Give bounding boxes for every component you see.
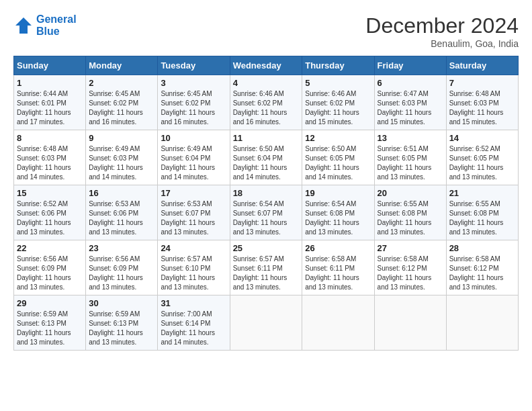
day-info: Sunrise: 6:53 AM Sunset: 6:06 PM Dayligh… <box>89 199 154 237</box>
calendar-week-row: 15Sunrise: 6:52 AM Sunset: 6:06 PM Dayli… <box>14 185 519 240</box>
calendar-cell: 30Sunrise: 6:59 AM Sunset: 6:13 PM Dayli… <box>86 295 158 351</box>
month-title: December 2024 <box>365 13 519 38</box>
calendar-cell: 29Sunrise: 6:59 AM Sunset: 6:13 PM Dayli… <box>14 295 86 351</box>
calendar-cell: 6Sunrise: 6:47 AM Sunset: 6:03 PM Daylig… <box>374 75 446 130</box>
calendar-cell: 13Sunrise: 6:51 AM Sunset: 6:05 PM Dayli… <box>374 130 446 185</box>
calendar-cell: 27Sunrise: 6:58 AM Sunset: 6:12 PM Dayli… <box>374 240 446 295</box>
day-info: Sunrise: 6:47 AM Sunset: 6:03 PM Dayligh… <box>378 89 443 127</box>
day-info: Sunrise: 6:58 AM Sunset: 6:12 PM Dayligh… <box>449 255 515 292</box>
calendar-cell: 31Sunrise: 7:00 AM Sunset: 6:14 PM Dayli… <box>158 295 230 351</box>
calendar-cell: 10Sunrise: 6:49 AM Sunset: 6:04 PM Dayli… <box>158 130 230 185</box>
day-number: 12 <box>305 133 371 143</box>
calendar-cell: 15Sunrise: 6:52 AM Sunset: 6:06 PM Dayli… <box>14 185 86 240</box>
day-info: Sunrise: 6:44 AM Sunset: 6:01 PM Dayligh… <box>17 89 83 127</box>
calendar-cell: 2Sunrise: 6:45 AM Sunset: 6:02 PM Daylig… <box>86 75 158 130</box>
day-number: 14 <box>449 133 515 143</box>
day-info: Sunrise: 6:49 AM Sunset: 6:04 PM Dayligh… <box>161 144 226 182</box>
day-info: Sunrise: 6:52 AM Sunset: 6:06 PM Dayligh… <box>17 199 83 237</box>
day-number: 8 <box>17 133 83 143</box>
calendar-cell: 18Sunrise: 6:54 AM Sunset: 6:07 PM Dayli… <box>230 185 302 240</box>
day-info: Sunrise: 6:54 AM Sunset: 6:07 PM Dayligh… <box>233 199 300 237</box>
day-number: 3 <box>161 78 226 88</box>
calendar-cell: 16Sunrise: 6:53 AM Sunset: 6:06 PM Dayli… <box>86 185 158 240</box>
day-info: Sunrise: 6:46 AM Sunset: 6:02 PM Dayligh… <box>233 89 300 127</box>
day-number: 10 <box>161 133 226 143</box>
day-number: 7 <box>449 78 515 88</box>
day-info: Sunrise: 6:46 AM Sunset: 6:02 PM Dayligh… <box>305 89 371 127</box>
day-number: 13 <box>378 133 443 143</box>
day-info: Sunrise: 6:55 AM Sunset: 6:08 PM Dayligh… <box>378 199 443 237</box>
calendar-week-row: 8Sunrise: 6:48 AM Sunset: 6:03 PM Daylig… <box>14 130 519 185</box>
calendar-cell: 8Sunrise: 6:48 AM Sunset: 6:03 PM Daylig… <box>14 130 86 185</box>
day-number: 30 <box>89 298 154 308</box>
weekday-header-friday: Friday <box>374 56 446 75</box>
day-number: 2 <box>89 78 154 88</box>
calendar-cell: 22Sunrise: 6:56 AM Sunset: 6:09 PM Dayli… <box>14 240 86 295</box>
day-number: 1 <box>17 78 83 88</box>
day-info: Sunrise: 6:48 AM Sunset: 6:03 PM Dayligh… <box>449 89 515 127</box>
day-number: 9 <box>89 133 154 143</box>
weekday-header-monday: Monday <box>86 56 158 75</box>
title-block: December 2024 Benaulim, Goa, India <box>365 13 519 49</box>
day-info: Sunrise: 6:57 AM Sunset: 6:10 PM Dayligh… <box>161 255 226 292</box>
weekday-header-wednesday: Wednesday <box>230 56 302 75</box>
calendar-cell: 19Sunrise: 6:54 AM Sunset: 6:08 PM Dayli… <box>302 185 374 240</box>
day-number: 15 <box>17 188 83 198</box>
day-number: 19 <box>305 188 371 198</box>
day-number: 26 <box>305 243 371 253</box>
day-number: 24 <box>161 243 226 253</box>
day-number: 6 <box>378 78 443 88</box>
calendar-cell: 25Sunrise: 6:57 AM Sunset: 6:11 PM Dayli… <box>230 240 302 295</box>
calendar-cell: 11Sunrise: 6:50 AM Sunset: 6:04 PM Dayli… <box>230 130 302 185</box>
day-info: Sunrise: 6:59 AM Sunset: 6:13 PM Dayligh… <box>17 310 83 347</box>
day-number: 5 <box>305 78 371 88</box>
day-info: Sunrise: 6:50 AM Sunset: 6:04 PM Dayligh… <box>233 144 300 182</box>
weekday-header-tuesday: Tuesday <box>158 56 230 75</box>
day-info: Sunrise: 6:58 AM Sunset: 6:11 PM Dayligh… <box>305 255 371 292</box>
day-number: 22 <box>17 243 83 253</box>
calendar-cell: 20Sunrise: 6:55 AM Sunset: 6:08 PM Dayli… <box>374 185 446 240</box>
day-number: 16 <box>89 188 154 198</box>
day-info: Sunrise: 6:56 AM Sunset: 6:09 PM Dayligh… <box>89 255 154 292</box>
weekday-header-sunday: Sunday <box>14 56 86 75</box>
day-number: 20 <box>378 188 443 198</box>
day-info: Sunrise: 6:55 AM Sunset: 6:08 PM Dayligh… <box>449 199 515 237</box>
calendar-cell <box>446 295 518 351</box>
calendar-cell: 17Sunrise: 6:53 AM Sunset: 6:07 PM Dayli… <box>158 185 230 240</box>
day-info: Sunrise: 6:52 AM Sunset: 6:05 PM Dayligh… <box>449 144 515 182</box>
calendar-cell: 7Sunrise: 6:48 AM Sunset: 6:03 PM Daylig… <box>446 75 518 130</box>
day-number: 4 <box>233 78 300 88</box>
day-info: Sunrise: 6:45 AM Sunset: 6:02 PM Dayligh… <box>161 89 226 127</box>
calendar-cell: 5Sunrise: 6:46 AM Sunset: 6:02 PM Daylig… <box>302 75 374 130</box>
day-info: Sunrise: 6:57 AM Sunset: 6:11 PM Dayligh… <box>233 255 300 292</box>
day-number: 25 <box>233 243 300 253</box>
day-info: Sunrise: 7:00 AM Sunset: 6:14 PM Dayligh… <box>161 310 226 347</box>
day-info: Sunrise: 6:54 AM Sunset: 6:08 PM Dayligh… <box>305 199 371 237</box>
header-row: SundayMondayTuesdayWednesdayThursdayFrid… <box>14 56 519 75</box>
calendar-cell: 4Sunrise: 6:46 AM Sunset: 6:02 PM Daylig… <box>230 75 302 130</box>
calendar-week-row: 22Sunrise: 6:56 AM Sunset: 6:09 PM Dayli… <box>14 240 519 295</box>
day-info: Sunrise: 6:48 AM Sunset: 6:03 PM Dayligh… <box>17 144 83 182</box>
day-number: 23 <box>89 243 154 253</box>
calendar-cell: 24Sunrise: 6:57 AM Sunset: 6:10 PM Dayli… <box>158 240 230 295</box>
weekday-header-saturday: Saturday <box>446 56 518 75</box>
day-info: Sunrise: 6:45 AM Sunset: 6:02 PM Dayligh… <box>89 89 154 127</box>
day-number: 11 <box>233 133 300 143</box>
calendar-cell <box>230 295 302 351</box>
day-number: 29 <box>17 298 83 308</box>
day-number: 21 <box>449 188 515 198</box>
page-header: General Blue December 2024 Benaulim, Goa… <box>13 13 519 49</box>
svg-marker-0 <box>15 17 32 34</box>
day-info: Sunrise: 6:59 AM Sunset: 6:13 PM Dayligh… <box>89 310 154 347</box>
logo-icon <box>13 15 34 36</box>
calendar-cell: 3Sunrise: 6:45 AM Sunset: 6:02 PM Daylig… <box>158 75 230 130</box>
day-number: 27 <box>378 243 443 253</box>
day-number: 17 <box>161 188 226 198</box>
calendar-cell: 21Sunrise: 6:55 AM Sunset: 6:08 PM Dayli… <box>446 185 518 240</box>
calendar-week-row: 29Sunrise: 6:59 AM Sunset: 6:13 PM Dayli… <box>14 295 519 351</box>
calendar-cell: 23Sunrise: 6:56 AM Sunset: 6:09 PM Dayli… <box>86 240 158 295</box>
day-number: 28 <box>449 243 515 253</box>
weekday-header-thursday: Thursday <box>302 56 374 75</box>
day-info: Sunrise: 6:58 AM Sunset: 6:12 PM Dayligh… <box>378 255 443 292</box>
day-info: Sunrise: 6:56 AM Sunset: 6:09 PM Dayligh… <box>17 255 83 292</box>
